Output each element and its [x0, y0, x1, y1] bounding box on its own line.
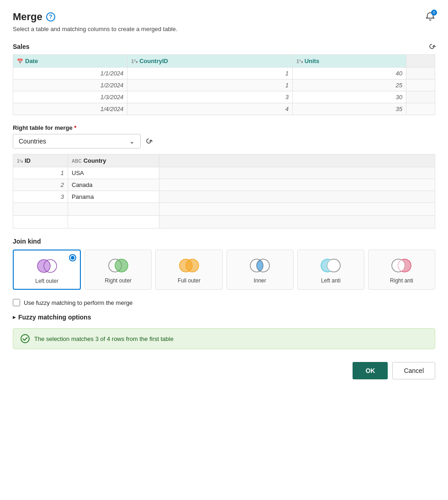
- status-banner: The selection matches 3 of 4 rows from t…: [13, 328, 435, 349]
- join-card-left-outer[interactable]: Left outer: [13, 250, 81, 290]
- fuzzy-checkbox-row: Use fuzzy matching to perform the merge: [13, 299, 435, 306]
- button-row: OK Cancel: [13, 362, 435, 379]
- table-row: 1USA: [13, 167, 435, 179]
- table-row: 3Panama: [13, 191, 435, 203]
- venn-right-outer: [107, 257, 130, 274]
- subtitle: Select a table and matching columns to c…: [13, 26, 435, 32]
- radio-left-outer: [69, 254, 76, 261]
- join-card-left-anti[interactable]: Left anti: [297, 250, 364, 290]
- table-row: 1/2/2024125: [13, 80, 435, 91]
- table-row-empty: [13, 216, 435, 229]
- dropdown-value: Countries: [19, 138, 46, 145]
- refresh-sales-icon[interactable]: ↺: [426, 41, 437, 53]
- svg-point-3: [115, 259, 128, 272]
- svg-point-5: [186, 259, 199, 272]
- venn-left-anti: [319, 257, 342, 274]
- status-message: The selection matches 3 of 4 rows from t…: [34, 335, 174, 342]
- table-row: 1/1/2024140: [13, 68, 435, 80]
- join-card-inner[interactable]: Inner: [227, 250, 294, 290]
- chevron-right-icon: ▸: [13, 314, 16, 320]
- ok-button[interactable]: OK: [353, 362, 388, 379]
- join-label-left-outer: Left outer: [35, 278, 58, 284]
- col-empty-2: [159, 154, 435, 167]
- join-label-left-anti: Left anti: [321, 277, 341, 284]
- venn-inner: [248, 257, 271, 274]
- table-row: 1/4/2024435: [13, 103, 435, 115]
- col-date[interactable]: 📅Date: [13, 55, 127, 68]
- venn-left-outer: [36, 258, 58, 274]
- chevron-down-icon: ⌄: [129, 138, 135, 145]
- fuzzy-expand[interactable]: ▸ Fuzzy matching options: [13, 314, 435, 321]
- right-table-dropdown[interactable]: Countries ⌄: [13, 134, 141, 149]
- venn-right-anti: [390, 257, 413, 274]
- venn-full-outer: [178, 257, 200, 274]
- fuzzy-expand-label: Fuzzy matching options: [18, 314, 91, 321]
- notification-icon[interactable]: 0: [425, 11, 435, 23]
- join-card-full-outer[interactable]: Full outer: [155, 250, 222, 290]
- fuzzy-checkbox-label: Use fuzzy matching to perform the merge: [24, 299, 132, 306]
- join-card-right-anti[interactable]: Right anti: [368, 250, 435, 290]
- join-kind-label: Join kind: [13, 238, 435, 245]
- countries-table: 1²₃ID ABCCountry 1USA 2Canada 3Panama: [13, 154, 435, 229]
- table-row: 1/3/2024330: [13, 91, 435, 103]
- col-countryid[interactable]: 1²₃CountryID: [127, 55, 293, 68]
- check-circle-icon: [21, 334, 30, 343]
- join-label-full-outer: Full outer: [178, 277, 200, 284]
- join-card-right-outer[interactable]: Right outer: [84, 250, 152, 290]
- fuzzy-checkbox[interactable]: [13, 299, 20, 306]
- sales-table: 📅Date 1²₃CountryID 1²₃Units 1/1/2024140 …: [13, 54, 435, 115]
- join-label-right-anti: Right anti: [390, 277, 413, 284]
- svg-point-18: [21, 335, 29, 343]
- cancel-button[interactable]: Cancel: [392, 362, 435, 379]
- join-kind-options: Left outer Right outer Full outer: [13, 250, 435, 290]
- col-empty-1: [406, 55, 435, 68]
- col-units[interactable]: 1²₃Units: [292, 55, 406, 68]
- page-title: Merge: [13, 11, 42, 23]
- table-row-empty: [13, 203, 435, 216]
- join-label-inner: Inner: [253, 277, 266, 284]
- col-country[interactable]: ABCCountry: [68, 154, 159, 167]
- refresh-right-table-icon[interactable]: ↺: [142, 135, 154, 147]
- notification-badge: 0: [431, 10, 437, 16]
- required-star: *: [74, 124, 76, 131]
- join-label-right-outer: Right outer: [105, 277, 132, 284]
- help-icon[interactable]: ?: [46, 12, 55, 21]
- col-id[interactable]: 1²₃ID: [13, 154, 68, 167]
- right-table-label: Right table for merge *: [13, 124, 435, 131]
- table-row: 2Canada: [13, 179, 435, 191]
- sales-label: Sales: [13, 43, 30, 50]
